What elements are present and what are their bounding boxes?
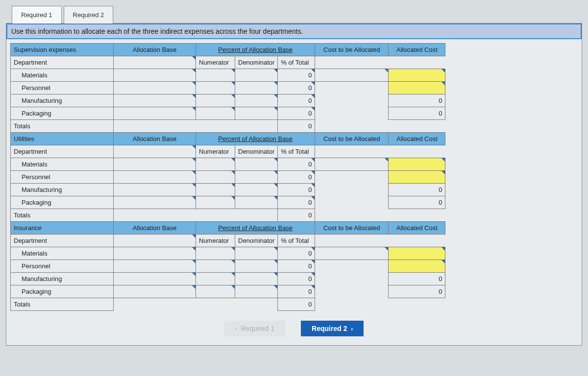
input-cell[interactable] [389,247,445,260]
col-allocation-base: Allocation Base [114,44,196,56]
input-cell[interactable] [235,285,278,298]
subheader-row: Department Numerator Denominator % of To… [11,56,445,69]
input-cell[interactable] [196,247,235,260]
input-cell[interactable] [196,82,235,94]
allocated-cost-cell: 0 [389,196,445,209]
section-header-row: Insurance Allocation Base Percent of All… [11,222,445,235]
dept-name: Manufacturing [11,273,114,285]
input-cell[interactable] [196,107,235,120]
input-cell[interactable] [235,69,278,82]
input-cell[interactable] [235,158,278,171]
pct-cell[interactable]: 0 [278,184,315,196]
input-cell[interactable] [389,260,445,273]
tab-bar: Required 1 Required 2 [12,6,582,24]
input-cell[interactable] [315,247,389,260]
input-cell[interactable] [196,94,235,107]
input-cell[interactable] [114,260,196,273]
spacer [315,273,389,285]
allocated-cost-cell: 0 [389,273,445,285]
input-cell[interactable] [389,171,445,184]
spacer [389,298,445,311]
input-cell[interactable] [389,158,445,171]
input-cell[interactable] [235,107,278,120]
input-cell[interactable] [196,196,235,209]
pct-cell[interactable]: 0 [278,171,315,184]
spacer [315,145,389,158]
input-cell[interactable] [235,171,278,184]
input-cell[interactable] [196,158,235,171]
input-cell[interactable] [114,273,196,285]
input-cell[interactable] [235,260,278,273]
input-cell[interactable] [315,158,389,171]
pct-cell[interactable]: 0 [278,260,315,273]
pct-cell[interactable]: 0 [278,94,315,107]
input-cell[interactable] [114,94,196,107]
input-cell[interactable] [196,184,235,196]
pct-cell[interactable]: 0 [278,69,315,82]
allocated-cost-cell: 0 [389,107,445,120]
input-cell[interactable] [389,82,445,94]
spacer [389,120,445,133]
nav-buttons: ‹ Required 1 Required 2 › [10,321,578,336]
dept-name: Packaging [11,285,114,298]
input-cell[interactable] [196,285,235,298]
col-pct-total: % of Total [278,235,315,247]
pct-cell[interactable]: 0 [278,273,315,285]
totals-row: Totals 0 [11,120,445,133]
pct-cell[interactable]: 0 [278,107,315,120]
spacer [235,209,278,222]
input-cell[interactable] [114,145,196,158]
input-cell[interactable] [389,69,445,82]
input-cell[interactable] [235,184,278,196]
input-cell[interactable] [114,235,196,247]
col-denominator: Denominator [235,56,278,69]
col-allocation-base: Allocation Base [114,133,196,145]
spacer [315,94,389,107]
tab-required-2[interactable]: Required 2 [64,6,114,24]
input-cell[interactable] [196,260,235,273]
allocated-cost-cell: 0 [389,184,445,196]
totals-row: Totals 0 [11,298,445,311]
table-row: Personnel 0 [11,171,445,184]
input-cell[interactable] [196,273,235,285]
input-cell[interactable] [114,69,196,82]
input-cell[interactable] [196,171,235,184]
table-row: Packaging 0 0 [11,196,445,209]
table-row: Materials 0 [11,69,445,82]
pct-cell[interactable]: 0 [278,247,315,260]
section-title: Insurance [11,222,114,235]
subheader-row: Department Numerator Denominator % of To… [11,145,445,158]
input-cell[interactable] [114,82,196,94]
input-cell[interactable] [196,69,235,82]
spacer [389,209,445,222]
input-cell[interactable] [114,196,196,209]
tab-required-1[interactable]: Required 1 [12,6,62,24]
input-cell[interactable] [235,82,278,94]
input-cell[interactable] [235,94,278,107]
spacer [196,209,235,222]
input-cell[interactable] [114,247,196,260]
input-cell[interactable] [114,285,196,298]
section-header-row: Utilities Allocation Base Percent of All… [11,133,445,145]
pct-cell[interactable]: 0 [278,285,315,298]
col-allocation-base: Allocation Base [114,222,196,235]
spacer [235,298,278,311]
input-cell[interactable] [315,69,389,82]
spacer [114,120,196,133]
prev-button[interactable]: ‹ Required 1 [224,321,285,336]
input-cell[interactable] [235,247,278,260]
pct-cell[interactable]: 0 [278,82,315,94]
department-label: Department [11,235,114,247]
next-button[interactable]: Required 2 › [301,321,364,336]
input-cell[interactable] [114,184,196,196]
dept-name: Materials [11,158,114,171]
input-cell[interactable] [114,107,196,120]
input-cell[interactable] [114,56,196,69]
col-cost-allocated: Cost to be Allocated [315,44,389,56]
input-cell[interactable] [235,196,278,209]
pct-cell[interactable]: 0 [278,196,315,209]
input-cell[interactable] [114,158,196,171]
input-cell[interactable] [235,273,278,285]
input-cell[interactable] [114,171,196,184]
pct-cell[interactable]: 0 [278,158,315,171]
